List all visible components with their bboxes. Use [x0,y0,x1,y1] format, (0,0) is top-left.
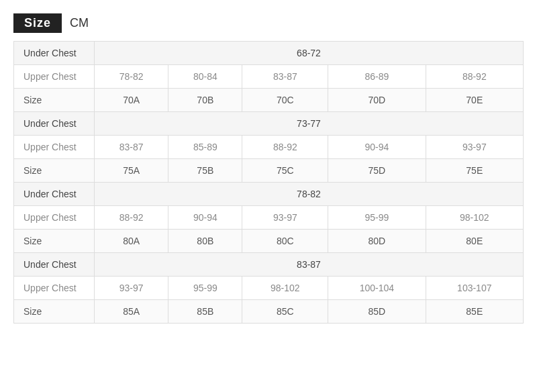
under-chest-row: Under Chest73-77 [14,112,524,136]
size-row: Size75A75B75C75D75E [14,159,524,183]
upper-chest-row: Upper Chest78-8280-8483-8786-8988-92 [14,65,524,89]
upper-chest-label: Upper Chest [14,206,95,230]
upper-chest-cell: 98-102 [242,277,328,300]
upper-chest-label: Upper Chest [14,277,95,300]
upper-chest-cell: 103-107 [426,277,523,300]
size-cell: 80C [242,230,328,253]
size-label: Size [14,300,95,324]
under-chest-value: 78-82 [95,183,524,206]
upper-chest-cell: 88-92 [426,65,523,89]
under-chest-label: Under Chest [14,183,95,206]
under-chest-row: Under Chest83-87 [14,253,524,277]
under-chest-row: Under Chest68-72 [14,42,524,65]
size-cell: 70C [242,89,328,112]
upper-chest-cell: 88-92 [242,136,328,159]
size-cell: 85C [242,300,328,324]
size-cell: 75D [328,159,426,183]
upper-chest-cell: 88-92 [95,206,168,230]
size-chart-table: Under Chest68-72Upper Chest78-8280-8483-… [13,41,524,324]
upper-chest-cell: 86-89 [328,65,426,89]
upper-chest-cell: 93-97 [426,136,523,159]
size-label: Size [14,230,95,253]
under-chest-label: Under Chest [14,112,95,136]
size-cell: 70B [168,89,242,112]
size-cell: 75B [168,159,242,183]
under-chest-value: 68-72 [95,42,524,65]
size-badge: Size [13,13,62,33]
upper-chest-row: Upper Chest93-9795-9998-102100-104103-10… [14,277,524,300]
upper-chest-cell: 90-94 [168,206,242,230]
size-cell: 85D [328,300,426,324]
upper-chest-cell: 93-97 [242,206,328,230]
main-container: Size CM Under Chest68-72Upper Chest78-82… [13,13,524,324]
size-cell: 85A [95,300,168,324]
under-chest-label: Under Chest [14,42,95,65]
upper-chest-cell: 93-97 [95,277,168,300]
size-cell: 75A [95,159,168,183]
upper-chest-cell: 80-84 [168,65,242,89]
size-cell: 80A [95,230,168,253]
upper-chest-label: Upper Chest [14,65,95,89]
size-cell: 85E [426,300,523,324]
upper-chest-cell: 100-104 [328,277,426,300]
under-chest-value: 83-87 [95,253,524,277]
size-cell: 75E [426,159,523,183]
size-row: Size85A85B85C85D85E [14,300,524,324]
size-cell: 70A [95,89,168,112]
upper-chest-cell: 78-82 [95,65,168,89]
size-cell: 70E [426,89,523,112]
upper-chest-cell: 83-87 [242,65,328,89]
upper-chest-cell: 95-99 [168,277,242,300]
size-cell: 75C [242,159,328,183]
size-cell: 80B [168,230,242,253]
size-cell: 85B [168,300,242,324]
under-chest-label: Under Chest [14,253,95,277]
upper-chest-cell: 98-102 [426,206,523,230]
size-label: Size [14,89,95,112]
upper-chest-row: Upper Chest88-9290-9493-9795-9998-102 [14,206,524,230]
size-row: Size80A80B80C80D80E [14,230,524,253]
size-cell: 80E [426,230,523,253]
size-cell: 70D [328,89,426,112]
under-chest-row: Under Chest78-82 [14,183,524,206]
upper-chest-cell: 90-94 [328,136,426,159]
unit-label: CM [70,16,89,30]
size-label: Size [14,159,95,183]
upper-chest-cell: 83-87 [95,136,168,159]
upper-chest-cell: 95-99 [328,206,426,230]
header: Size CM [13,13,524,33]
size-row: Size70A70B70C70D70E [14,89,524,112]
under-chest-value: 73-77 [95,112,524,136]
upper-chest-label: Upper Chest [14,136,95,159]
size-cell: 80D [328,230,426,253]
upper-chest-cell: 85-89 [168,136,242,159]
upper-chest-row: Upper Chest83-8785-8988-9290-9493-97 [14,136,524,159]
